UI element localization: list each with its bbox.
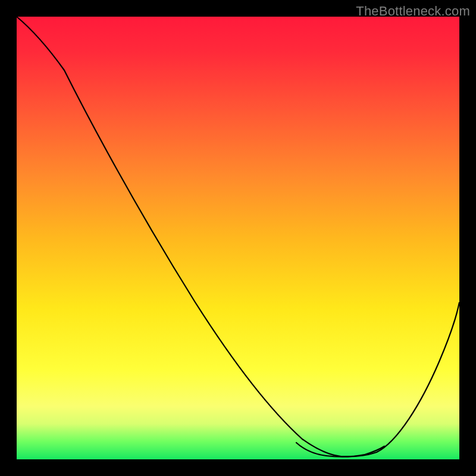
watermark-text: TheBottleneck.com xyxy=(356,4,470,19)
bottleneck-curve xyxy=(17,17,459,459)
chart-frame: TheBottleneck.com xyxy=(0,0,476,476)
curve-path xyxy=(17,17,459,456)
